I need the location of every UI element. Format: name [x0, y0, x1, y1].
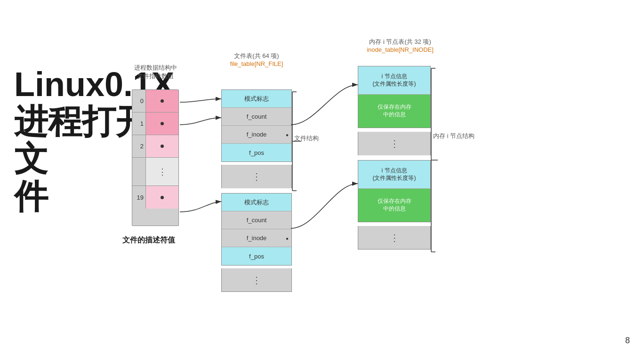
neicun-label: 内存 i 节点结构 — [433, 132, 475, 140]
fd-pointer-2 — [161, 145, 164, 148]
inode-row-mem-bot: 仅保存在内存中的信息 — [358, 189, 430, 222]
fd-pointer-19 — [161, 196, 164, 199]
ft-row-fpos-bot: f_pos — [222, 247, 291, 265]
fd-array: 0 1 2 ⋮ 19 — [132, 89, 179, 226]
ft-bot-dots: ⋮ — [221, 268, 292, 292]
arrow-fd19-ft — [180, 202, 221, 212]
fd-row-0: 0 — [132, 90, 178, 113]
file-table-lower: 模式标志 f_count f_inode ● f_pos — [221, 193, 292, 266]
fd-desc-label: 文件的描述符值 — [122, 235, 175, 245]
arrow-fd0-ft — [180, 99, 221, 102]
it-column-label: 内存 i 节点表(共 32 项) inode_table[NR_INODE] — [348, 38, 452, 53]
fd-row-dots: ⋮ — [132, 158, 178, 186]
fd-pointer-0 — [161, 99, 164, 103]
diagram: 进程数据结构中 文件指针数组 文件表(共 64 项) file_table[NR… — [118, 38, 626, 348]
inode-table-upper: i 节点信息(文件属性长度等) 仅保存在内存中的信息 — [358, 66, 431, 128]
ft-row-mode-top: 模式标志 — [222, 90, 291, 108]
ft-row-finode-bot: f_inode ● — [222, 229, 291, 247]
inode-row-info-top: i 节点信息(文件属性长度等) — [358, 66, 430, 95]
ft-row-fpos-top: f_pos — [222, 144, 291, 161]
inode-mid-dots: ⋮ — [358, 132, 431, 155]
ft-row-finode-top: f_inode ● — [222, 126, 291, 144]
fd-row-2: 2 — [132, 135, 178, 158]
arrow-ftinode-top-inode — [291, 85, 358, 125]
inode-row-info-bot: i 节点信息(文件属性长度等) — [358, 161, 430, 189]
inode-bot-dots: ⋮ — [358, 226, 431, 250]
wenjie-label: 文件结构 — [294, 134, 319, 143]
fd-row-1: 1 — [132, 113, 178, 135]
ft-column-label: 文件表(共 64 项) file_table[NR_FILE] — [207, 52, 306, 67]
ft-mid-dots: ⋮ — [221, 165, 292, 188]
fd-pointer-1 — [161, 122, 164, 125]
fd-row-19: 19 — [132, 186, 178, 209]
inode-row-mem-top: 仅保存在内存中的信息 — [358, 95, 430, 128]
fd-column-label: 进程数据结构中 文件指针数组 — [122, 64, 188, 81]
page-number: 8 — [625, 336, 630, 346]
ft-row-fcount-top: f_count — [222, 108, 291, 126]
arrow-fd1-ft — [180, 118, 221, 125]
ft-row-mode-bot: 模式标志 — [222, 194, 291, 211]
file-table-upper: 模式标志 f_count f_inode ● f_pos — [221, 89, 292, 162]
inode-table-lower: i 节点信息(文件属性长度等) 仅保存在内存中的信息 — [358, 160, 431, 222]
ft-row-fcount-bot: f_count — [222, 211, 291, 229]
arrow-ftinode-bot-inode — [291, 184, 358, 228]
